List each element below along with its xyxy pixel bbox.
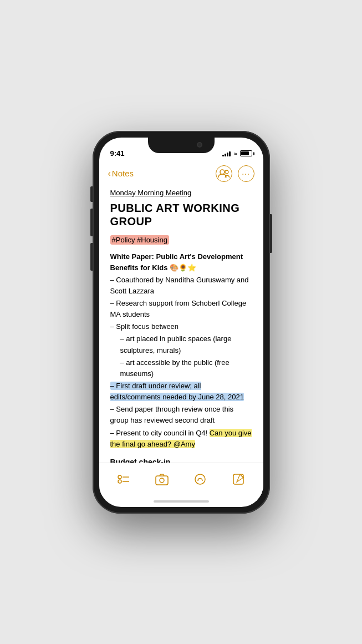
front-camera bbox=[197, 142, 202, 148]
indent-1: – art placed in public spaces (large scu… bbox=[110, 333, 252, 356]
svg-point-1 bbox=[225, 170, 228, 174]
note-body: White Paper: Public Art's Development Be… bbox=[110, 251, 252, 450]
first-draft-line: – First draft under review; all edits/co… bbox=[110, 381, 252, 403]
note-subtitle: Monday Morning Meeting bbox=[110, 189, 252, 197]
status-icons: ≈ bbox=[222, 150, 252, 157]
first-draft-highlight: – First draft under review; all edits/co… bbox=[110, 382, 244, 401]
split-focus-line: – Split focus between bbox=[110, 321, 252, 332]
indent-2: – art accessible by the public (free mus… bbox=[110, 357, 252, 379]
research-line: – Research support from Schoberl College… bbox=[110, 298, 252, 320]
home-indicator bbox=[99, 496, 263, 507]
note-title: PUBLIC ART WORKING GROUP bbox=[110, 201, 252, 228]
checklist-button[interactable] bbox=[113, 468, 135, 490]
chevron-left-icon: ‹ bbox=[108, 169, 111, 179]
markup-button[interactable] bbox=[189, 468, 211, 490]
collaborator-button[interactable] bbox=[216, 165, 232, 182]
tags-highlight[interactable]: #Policy #Housing bbox=[110, 235, 169, 245]
navigation-bar: ‹ Notes ··· bbox=[99, 162, 263, 184]
camera-button[interactable] bbox=[151, 468, 173, 490]
camera-icon bbox=[155, 473, 169, 485]
coauthored-line: – Coauthored by Nanditha Guruswamy and S… bbox=[110, 275, 252, 297]
send-paper-line: – Send paper through review once this gr… bbox=[110, 404, 252, 426]
status-time: 9:41 bbox=[110, 149, 125, 158]
markup-icon bbox=[194, 473, 206, 485]
nav-actions: ··· bbox=[216, 165, 254, 182]
svg-point-2 bbox=[118, 475, 121, 479]
checklist-icon bbox=[117, 473, 130, 486]
back-button[interactable]: ‹ Notes bbox=[108, 169, 134, 179]
budget-section-title: Budget check-in bbox=[110, 458, 252, 463]
volume-down-button bbox=[90, 243, 93, 271]
power-button bbox=[270, 214, 272, 253]
volume-up-button bbox=[90, 209, 93, 236]
svg-point-8 bbox=[195, 474, 205, 484]
svg-rect-6 bbox=[156, 476, 168, 485]
volume-mute-button bbox=[90, 186, 93, 202]
bottom-toolbar bbox=[99, 463, 263, 496]
people-icon bbox=[218, 169, 230, 178]
svg-point-7 bbox=[160, 478, 164, 483]
paper-title: White Paper: Public Art's Development Be… bbox=[110, 251, 252, 273]
back-label: Notes bbox=[112, 169, 134, 178]
present-line: – Present to city council in Q4! Can you… bbox=[110, 428, 252, 450]
signal-icon bbox=[222, 151, 231, 156]
notch bbox=[148, 138, 215, 153]
compose-icon bbox=[232, 473, 244, 485]
wifi-icon: ≈ bbox=[233, 150, 237, 157]
svg-point-0 bbox=[220, 170, 225, 174]
present-text: – Present to city council in Q4! bbox=[110, 429, 210, 437]
note-content: Monday Morning Meeting PUBLIC ART WORKIN… bbox=[99, 184, 263, 463]
home-bar bbox=[154, 500, 209, 503]
compose-button[interactable] bbox=[227, 468, 249, 490]
ellipsis-icon: ··· bbox=[242, 169, 250, 178]
more-options-button[interactable]: ··· bbox=[238, 165, 254, 182]
svg-point-4 bbox=[118, 480, 121, 483]
battery-icon bbox=[240, 150, 252, 156]
